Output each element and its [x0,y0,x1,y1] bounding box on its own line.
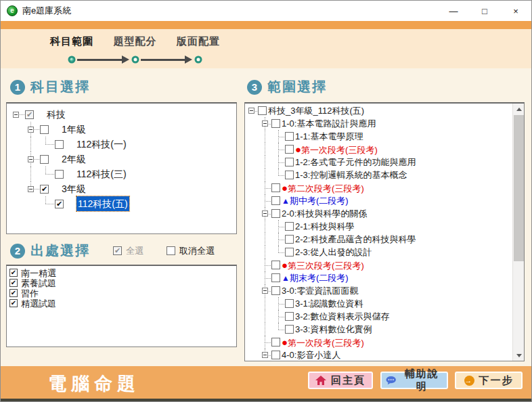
checkbox[interactable] [271,351,280,359]
checkbox[interactable]: ✔ [40,185,49,194]
checkbox[interactable] [271,273,280,282]
checkbox[interactable]: ✔ [9,299,18,307]
tree-item[interactable]: 科技_3年級_112科技(五) [245,104,512,117]
tree-item-label[interactable]: 1-2:各式電子元件的功能與應用 [295,156,416,169]
tree-item-label[interactable]: 2-0:科技與科學的關係 [282,207,367,220]
checkbox[interactable] [285,299,294,308]
tree-item-label[interactable]: 3-1:認識數位資料 [295,297,363,310]
tree-item-label[interactable]: 112科技(一) [76,137,127,152]
tree-item[interactable]: ●第二次段考(三段考) [245,181,512,194]
checkbox[interactable] [271,338,280,347]
tree-item-label[interactable]: 2-3:從人出發的設計 [295,246,372,259]
checkbox[interactable] [40,155,49,164]
tree-item[interactable]: 2-0:科技與科學的關係 [245,207,512,220]
tree-item-label[interactable]: 3-3:資料數位化實例 [295,323,372,336]
tree-item[interactable]: 3-0:零壹資訊面面觀 [245,284,512,297]
checkbox[interactable] [40,125,49,134]
expand-toggle[interactable] [262,352,268,358]
checkbox[interactable] [285,145,294,154]
select-all-checkbox-box[interactable]: ✔ [113,246,122,255]
tree-item-label[interactable]: 1-0:基本電路設計與應用 [282,117,376,130]
tree-item[interactable]: ●第一次段考(三段考) [245,143,512,156]
tree-item-label[interactable]: ●第二次段考(三段考) [282,181,364,195]
tree-item-label[interactable]: 2年級 [62,152,86,166]
tree-item-label[interactable]: 1-1:基本電學原理 [295,130,363,143]
checkbox[interactable]: ✔ [9,269,18,277]
expand-toggle[interactable] [262,288,268,294]
tree-item[interactable]: 1-0:基本電路設計與應用 [245,117,512,130]
checkbox[interactable]: ✔ [55,200,64,208]
checkbox[interactable] [285,222,294,231]
checkbox[interactable] [285,171,294,179]
checkbox[interactable] [258,106,267,115]
tree-item[interactable]: ●第一次段考(三段考) [245,336,512,349]
checkbox[interactable] [285,158,294,166]
scope-scrollbar[interactable] [512,104,524,361]
checkbox[interactable]: ✔ [9,289,18,297]
tree-item[interactable]: 3-3:資料數位化實例 [245,323,512,336]
tree-item[interactable]: ▲期末考(二段考) [245,271,512,284]
tree-item-label[interactable]: ●第一次段考(三段考) [282,336,364,349]
help-button[interactable]: 輔助說明 [380,372,448,389]
tree-item[interactable]: 2-3:從人出發的設計 [245,246,512,259]
tree-item[interactable]: 3-1:認識數位資料 [245,297,512,310]
tree-item[interactable]: ✔3年級 [7,181,236,196]
tree-item-label[interactable]: 1-3:控制邏輯系統的基本概念 [295,169,407,181]
checkbox[interactable] [285,248,294,256]
tree-item[interactable]: 1-1:基本電學原理 [245,130,512,143]
tree-item-label[interactable]: ▲期末考(二段考) [282,271,349,285]
checkbox[interactable] [285,312,294,321]
tree-item-label[interactable]: 4-0:影音小達人 [282,349,340,361]
checkbox[interactable] [271,261,280,269]
tree-item[interactable]: 2-1:科技與科學 [245,220,512,233]
expand-toggle[interactable] [28,127,34,133]
deselect-all-checkbox-box[interactable] [167,246,175,255]
maximize-button[interactable]: □ [469,1,500,21]
list-item[interactable]: ✔素養試題 [7,278,236,288]
expand-toggle[interactable] [262,210,268,217]
list-item[interactable]: ✔精選試題 [7,298,236,309]
tree-item[interactable]: 4-0:影音小達人 [245,349,512,361]
checkbox[interactable]: ✔ [25,110,34,119]
tree-item-label[interactable]: 科技 [47,107,66,122]
tree-item-label[interactable]: 112科技(三) [76,166,127,181]
tree-item[interactable]: ✔112科技(五) [7,196,236,211]
tree-item-label[interactable]: 科技_3年級_112科技(五) [268,104,364,117]
expand-toggle[interactable] [262,120,268,127]
tree-item-label[interactable]: ▲期中考(二段考) [282,194,349,208]
tree-item[interactable]: 1年級 [7,122,236,137]
checkbox[interactable] [271,119,280,128]
tree-item[interactable]: 2年級 [7,152,236,166]
tree-item[interactable]: 3-2:數位資料表示與儲存 [245,310,512,323]
scroll-up-button[interactable] [513,104,525,114]
checkbox[interactable] [285,235,294,244]
checkbox[interactable] [271,209,280,218]
expand-toggle[interactable] [28,186,34,192]
tree-item[interactable]: ✔科技 [7,107,236,122]
tree-item-label[interactable]: ●第一次段考(三段考) [295,143,378,156]
tree-item-label[interactable]: 1年級 [62,122,86,137]
close-button[interactable]: × [500,1,531,21]
scroll-down-button[interactable] [513,350,525,361]
tree-item-label[interactable]: 112科技(五) [76,196,129,211]
checkbox[interactable] [271,196,280,205]
tree-item[interactable]: 112科技(三) [7,166,236,181]
tree-item[interactable]: 2-2:科技產品蘊含的科技與科學 [245,233,512,246]
expand-toggle[interactable] [248,108,254,114]
checkbox[interactable] [271,286,280,295]
tree-item-label[interactable]: 2-1:科技與科學 [295,220,354,233]
checkbox[interactable] [271,183,280,192]
tree-item-label[interactable]: 2-2:科技產品蘊含的科技與科學 [295,233,416,246]
tree-item[interactable]: 1-2:各式電子元件的功能與應用 [245,156,512,169]
tree-item[interactable]: 112科技(一) [7,137,236,152]
minimize-button[interactable]: — [438,1,469,21]
tree-item[interactable]: ▲期中考(二段考) [245,194,512,207]
list-item[interactable]: ✔習作 [7,288,236,298]
tree-item-label[interactable]: 3年級 [62,181,86,196]
next-step-button[interactable]: → 下一步 [455,372,523,389]
tree-item[interactable]: ●第三次段考(三段考) [245,259,512,271]
deselect-all-checkbox[interactable]: 取消全選 [167,245,215,257]
select-all-checkbox[interactable]: ✔ 全選 [113,245,143,257]
checkbox[interactable] [55,140,64,149]
home-button[interactable]: 回主頁 [308,372,373,389]
